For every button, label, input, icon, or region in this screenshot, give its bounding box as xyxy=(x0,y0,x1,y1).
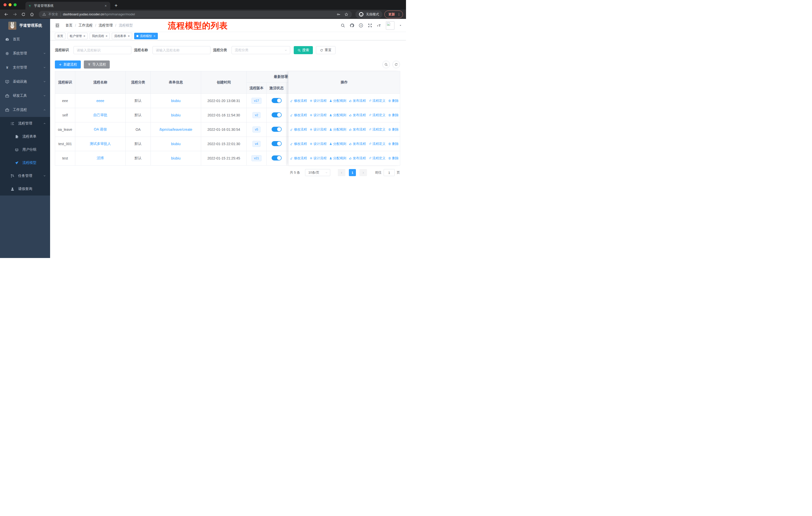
action-modify[interactable]: 修改流程 xyxy=(290,142,307,146)
address-bar[interactable]: 不安全 dashboard.yudao.iocoder.cn/bpm/manag… xyxy=(39,11,352,18)
process-name-link[interactable]: 自己审批 xyxy=(93,113,108,117)
close-icon[interactable]: × xyxy=(127,34,129,38)
tab-close-icon[interactable]: × xyxy=(104,4,108,8)
home-icon[interactable] xyxy=(29,12,35,17)
action-definition[interactable]: 流程定义 xyxy=(369,127,386,132)
action-assign[interactable]: 分配规则 xyxy=(329,113,346,117)
action-definition[interactable]: 流程定义 xyxy=(369,113,386,117)
action-publish[interactable]: 发布流程 xyxy=(349,142,366,146)
process-name-link[interactable]: OA 请假 xyxy=(94,127,107,131)
sidebar-item-process-manage[interactable]: 流程管理 xyxy=(0,117,50,130)
action-delete[interactable]: 删除 xyxy=(388,127,399,132)
sidebar-item-leave-query[interactable]: 请假查询 xyxy=(0,183,50,195)
caret-down-icon[interactable] xyxy=(399,24,402,27)
action-assign[interactable]: 分配规则 xyxy=(329,156,346,161)
action-definition[interactable]: 流程定义 xyxy=(369,99,386,103)
action-publish[interactable]: 发布流程 xyxy=(349,113,366,117)
reload-icon[interactable] xyxy=(20,12,27,17)
tab-my-process[interactable]: 我的流程× xyxy=(90,33,110,39)
new-tab-button[interactable]: + xyxy=(112,2,120,9)
maximize-window-button[interactable] xyxy=(13,3,17,6)
category-select[interactable]: 流程分类 xyxy=(232,46,290,54)
active-toggle[interactable] xyxy=(271,98,282,103)
action-design[interactable]: 设计流程 xyxy=(310,142,327,146)
close-icon[interactable]: × xyxy=(83,34,85,38)
tab-home[interactable]: 首页 xyxy=(55,33,65,39)
tab-process-model[interactable]: 流程模型× xyxy=(134,33,158,39)
goto-page-input[interactable] xyxy=(384,169,395,176)
sidebar-item-infra[interactable]: 基础设施 xyxy=(0,75,50,89)
action-design[interactable]: 设计流程 xyxy=(310,156,327,161)
action-delete[interactable]: 删除 xyxy=(388,142,399,146)
search-icon[interactable] xyxy=(341,23,345,28)
close-window-button[interactable] xyxy=(3,3,6,6)
browser-tab[interactable]: 芋道管理系统 × xyxy=(25,2,110,9)
tab-process-form[interactable]: 流程表单× xyxy=(112,33,132,39)
kebab-menu-icon[interactable] xyxy=(397,12,401,17)
action-design[interactable]: 设计流程 xyxy=(310,99,327,103)
action-assign[interactable]: 分配规则 xyxy=(329,99,346,103)
action-modify[interactable]: 修改流程 xyxy=(290,113,307,117)
action-publish[interactable]: 发布流程 xyxy=(349,127,366,132)
process-name-link[interactable]: 测试多审批人 xyxy=(90,142,111,146)
import-process-button[interactable]: 导入流程 xyxy=(84,60,110,69)
form-info-link[interactable]: biubiu xyxy=(171,99,180,103)
active-toggle[interactable] xyxy=(271,127,282,132)
action-publish[interactable]: 发布流程 xyxy=(349,99,366,103)
hamburger-icon[interactable] xyxy=(55,23,60,28)
action-assign[interactable]: 分配规则 xyxy=(329,142,346,146)
page-button[interactable]: 1 xyxy=(349,169,356,176)
page-size-select[interactable]: 10条/页 xyxy=(305,169,330,176)
bookmark-star-icon[interactable] xyxy=(344,12,348,17)
breadcrumb-item[interactable]: 首页 xyxy=(65,23,72,28)
window-controls[interactable] xyxy=(3,0,17,9)
refresh-table-button[interactable] xyxy=(393,61,400,68)
form-info-link[interactable]: biubiu xyxy=(171,156,180,160)
action-modify[interactable]: 修改流程 xyxy=(290,156,307,161)
action-modify[interactable]: 修改流程 xyxy=(290,127,307,132)
breadcrumb-item[interactable]: 工作流程 xyxy=(79,23,93,28)
breadcrumb-item[interactable]: 流程管理 xyxy=(99,23,113,28)
action-design[interactable]: 设计流程 xyxy=(310,113,327,117)
forward-icon[interactable] xyxy=(11,12,18,17)
github-icon[interactable] xyxy=(350,23,354,28)
action-delete[interactable]: 删除 xyxy=(388,99,399,103)
action-definition[interactable]: 流程定义 xyxy=(369,156,386,161)
next-page-button[interactable]: › xyxy=(359,169,367,176)
action-modify[interactable]: 修改流程 xyxy=(290,99,307,103)
action-delete[interactable]: 删除 xyxy=(388,156,399,161)
action-design[interactable]: 设计流程 xyxy=(310,127,327,132)
active-toggle[interactable] xyxy=(271,156,282,161)
sidebar-item-payment[interactable]: ¥支付管理 xyxy=(0,60,50,75)
active-toggle[interactable] xyxy=(271,112,282,117)
reset-button[interactable]: 重置 xyxy=(316,46,336,54)
create-process-button[interactable]: 新建流程 xyxy=(55,60,81,69)
action-assign[interactable]: 分配规则 xyxy=(329,127,346,132)
minimize-window-button[interactable] xyxy=(8,3,11,6)
help-icon[interactable]: ? xyxy=(359,23,363,28)
key-icon[interactable] xyxy=(337,12,341,17)
prev-page-button[interactable]: ‹ xyxy=(338,169,345,176)
back-icon[interactable] xyxy=(3,12,9,17)
sidebar-item-process-form[interactable]: 流程表单 xyxy=(0,130,50,143)
font-size-icon[interactable]: TT xyxy=(377,23,381,28)
close-icon[interactable]: × xyxy=(106,34,108,38)
sidebar-item-process-model[interactable]: 流程模型 xyxy=(0,156,50,169)
search-button[interactable]: 搜索 xyxy=(294,46,313,54)
avatar[interactable] xyxy=(386,21,395,30)
form-info-link[interactable]: /bpm/oa/leave/create xyxy=(159,128,192,132)
sidebar-item-system[interactable]: 系统管理 xyxy=(0,46,50,60)
sidebar-item-user-group[interactable]: 用户分组 xyxy=(0,143,50,156)
update-button[interactable]: 更新 xyxy=(384,10,403,18)
process-name-link[interactable]: 滔博 xyxy=(97,156,104,160)
process-name-input[interactable] xyxy=(152,46,210,54)
sidebar-item-devtools[interactable]: 研发工具 xyxy=(0,89,50,103)
show-search-button[interactable] xyxy=(382,61,390,68)
close-icon[interactable]: × xyxy=(153,34,155,38)
action-definition[interactable]: 流程定义 xyxy=(369,142,386,146)
active-toggle[interactable] xyxy=(271,141,282,146)
process-name-link[interactable]: eeee xyxy=(96,99,104,103)
sidebar-item-task-manage[interactable]: 任务管理 xyxy=(0,169,50,183)
action-publish[interactable]: 发布流程 xyxy=(349,156,366,161)
process-key-input[interactable] xyxy=(74,46,132,54)
